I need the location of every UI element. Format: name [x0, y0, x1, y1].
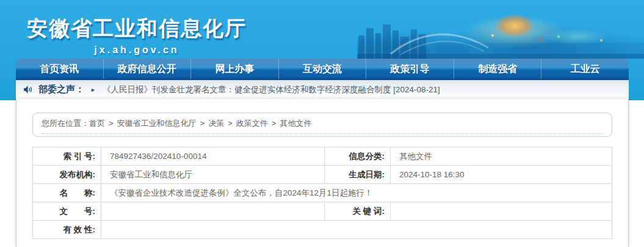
main-nav: 首页资讯 政府信息公开 网上办事 互动交流 政策引导 制造强省 工业云 [16, 59, 629, 80]
nav-item-gov-info[interactable]: 政府信息公开 [103, 59, 191, 79]
breadcrumb-separator: > [200, 119, 205, 128]
speaker-icon [24, 86, 33, 94]
breadcrumb-separator: > [109, 119, 114, 128]
breadcrumb-policy-docs[interactable]: 政策文件 [236, 119, 268, 128]
doc-name-value: 《安徽省企业技术改造促进条例》全文公布，自2024年12月1日起施行！ [101, 184, 612, 202]
breadcrumb-current: 其他文件 [280, 119, 311, 128]
nav-item-manufacturing[interactable]: 制造强省 [454, 59, 541, 79]
table-row-index: 索 引 号: 784927436/202410-00014 信息分类: 其他文件 [33, 147, 612, 166]
breadcrumb-separator: > [272, 119, 277, 128]
doc-number-value [101, 202, 325, 221]
validity-value [101, 221, 612, 239]
site-url: jx.ah.gov.cn [24, 45, 249, 56]
info-category-label: 信息分类: [325, 147, 391, 166]
index-number-value: 784927436/202410-00014 [101, 147, 325, 166]
ticker-section-label: 部委之声： [38, 84, 84, 95]
site-identity: 安徽省工业和信息化厅 jx.ah.gov.cn [24, 15, 249, 56]
site-title: 安徽省工业和信息化厅 [24, 15, 249, 43]
dotted-divider [42, 133, 603, 134]
nav-item-industry-cloud[interactable]: 工业云 [541, 59, 629, 79]
cityscape-art [357, 0, 644, 59]
breadcrumb-separator: > [228, 119, 233, 128]
page-container: 首页资讯 政府信息公开 网上办事 互动交流 政策引导 制造强省 工业云 部委之声… [16, 59, 629, 247]
arrow-right-icon: ► [90, 87, 96, 93]
nav-item-interaction[interactable]: 互动交流 [278, 59, 366, 79]
ticker-headline-link[interactable]: 《人民日报》刊发金壮龙署名文章：健全促进实体经济和数字经济深度融合制度 [202… [103, 84, 440, 95]
breadcrumb-department[interactable]: 安徽省工业和信息化厅 [117, 119, 197, 128]
breadcrumb-decisions[interactable]: 决策 [208, 119, 224, 128]
table-row-validity: 有 效 性: [33, 221, 612, 239]
generated-date-label: 生成日期: [325, 166, 391, 184]
generated-date-value: 2024-10-18 16:30 [391, 166, 612, 184]
publisher-value: 安徽省工业和信息化厅 [101, 166, 325, 184]
breadcrumb: 您所在位置：首页>安徽省工业和信息化厅>决策>政策文件>其他文件 [42, 118, 603, 129]
index-number-label: 索 引 号: [33, 147, 101, 166]
nav-item-home[interactable]: 首页资讯 [16, 59, 103, 79]
doc-name-label: 名 称: [33, 184, 101, 202]
breadcrumb-prefix: 您所在位置： [42, 119, 89, 128]
table-row-docnumber: 文 号: 关 键 词: [33, 202, 612, 221]
breadcrumb-box: 您所在位置：首页>安徽省工业和信息化厅>决策>政策文件>其他文件 [32, 112, 612, 137]
nav-item-online-services[interactable]: 网上办事 [190, 59, 278, 79]
info-category-value: 其他文件 [391, 147, 612, 166]
keywords-value [391, 202, 612, 221]
table-row-title: 名 称: 《安徽省企业技术改造促进条例》全文公布，自2024年12月1日起施行！ [33, 184, 612, 202]
news-ticker: 部委之声： ► 《人民日报》刊发金壮龙署名文章：健全促进实体经济和数字经济深度融… [16, 80, 629, 99]
table-row-publisher: 发布机构: 安徽省工业和信息化厅 生成日期: 2024-10-18 16:30 [33, 166, 612, 184]
breadcrumb-home[interactable]: 首页 [89, 119, 105, 128]
validity-label: 有 效 性: [33, 221, 101, 239]
document-info-table: 索 引 号: 784927436/202410-00014 信息分类: 其他文件… [32, 147, 612, 239]
publisher-label: 发布机构: [33, 166, 101, 184]
doc-number-label: 文 号: [33, 202, 101, 221]
keywords-label: 关 键 词: [325, 202, 391, 221]
nav-item-policy-guide[interactable]: 政策引导 [366, 59, 454, 79]
content-panel: 您所在位置：首页>安徽省工业和信息化厅>决策>政策文件>其他文件 索 引 号: … [16, 99, 629, 247]
